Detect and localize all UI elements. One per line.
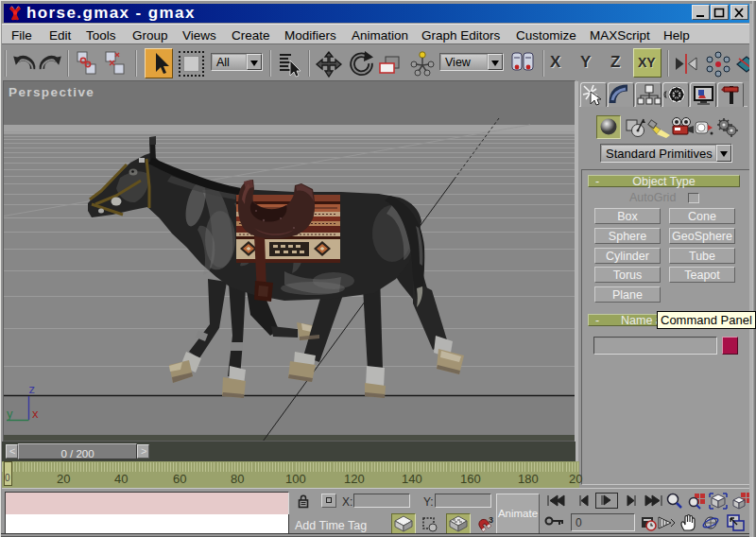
svg-text:y: y: [7, 407, 13, 421]
svg-text:z: z: [29, 382, 36, 396]
svg-text:3: 3: [489, 515, 493, 525]
svg-text:x: x: [32, 407, 39, 421]
